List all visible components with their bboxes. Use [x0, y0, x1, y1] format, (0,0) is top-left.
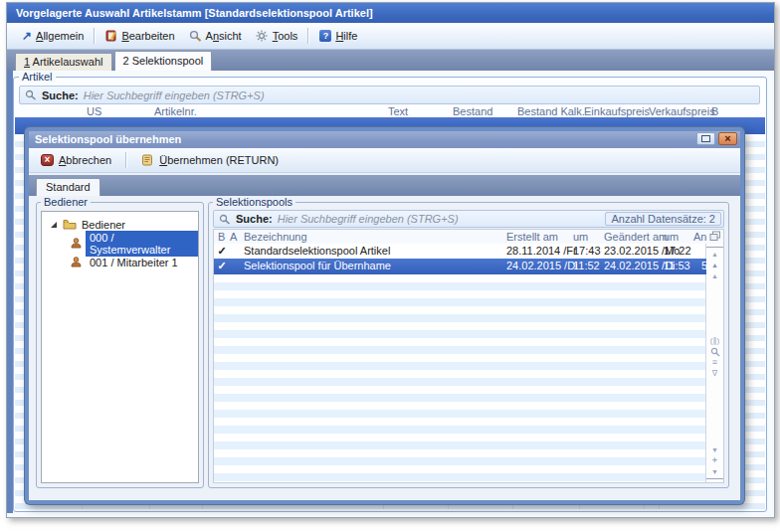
column-header[interactable]: Bezeichnung — [244, 231, 307, 243]
dialog-body: Standard Bediener Bediener 000 / Systemv… — [29, 173, 740, 500]
menu-item-ansicht[interactable]: Ansicht — [182, 28, 249, 44]
menu-item-tools[interactable]: Tools — [249, 28, 305, 44]
column-header[interactable]: B — [711, 105, 718, 117]
nav-add-icon[interactable]: + — [706, 455, 723, 466]
toolbar-separator — [94, 28, 96, 44]
column-chooser-icon[interactable] — [709, 231, 721, 242]
restore-button[interactable] — [696, 132, 715, 145]
pools-table-header[interactable]: B A Bezeichnung Erstellt am um Geändert … — [214, 230, 723, 245]
tree-root-label: Bediener — [82, 219, 125, 231]
cancel-button[interactable]: × Abbrechen — [35, 152, 117, 168]
cell-erstellt-um: 17:43 — [573, 245, 601, 257]
pools-group-label: Selektionspools — [213, 196, 295, 208]
menu-item-bearbeiten[interactable]: Bearbeiten — [98, 28, 181, 44]
tree-item-systemverwalter[interactable]: 000 / Systemverwalter — [42, 235, 198, 252]
cell-bezeichnung: Selektionspool für Übernhame — [244, 260, 391, 271]
dialog-title: Selektionspool übernehmen — [35, 133, 181, 145]
restore-icon — [701, 135, 710, 142]
tab-selektionspool[interactable]: 2 Selektionspool — [114, 51, 213, 71]
column-header[interactable]: Artikelnr. — [154, 105, 197, 117]
artikel-search-input[interactable]: Suche: Hier Suchbegriff eingeben (STRG+S… — [19, 86, 760, 104]
tree-item-mitarbeiter1[interactable]: 001 / Mitarbeiter 1 — [42, 254, 198, 270]
column-header[interactable]: An — [693, 231, 706, 243]
search-icon — [25, 89, 37, 100]
nav-search-icon[interactable] — [706, 346, 723, 357]
nav-filter-icon[interactable]: ∇ — [706, 368, 723, 379]
menu-item-hilfe[interactable]: ? Hilfe — [312, 28, 364, 44]
column-header[interactable]: Bestand — [453, 105, 492, 117]
selektionspool-dialog: Selektionspool übernehmen × × Abbrechen … — [25, 127, 744, 504]
cancel-x-icon: × — [41, 154, 54, 166]
dialog-titlebar: Selektionspool übernehmen × — [29, 131, 740, 148]
table-row-selected[interactable]: ✓ Selektionspool für Übernhame 24.02.201… — [214, 259, 706, 274]
window-title: Vorgelagerte Auswahl Artikelstamm [Stand… — [16, 7, 373, 19]
bediener-tree: Bediener 000 / Systemverwalter 001 / Mit… — [41, 211, 199, 483]
bediener-groupbox: Bediener Bediener 000 / Systemverwalter … — [36, 202, 204, 488]
menu-label: Allgemein — [36, 30, 84, 42]
empty-rows-stripes — [214, 274, 706, 482]
cell-erstellt-am: 24.02.2015 /Di — [506, 260, 578, 271]
close-button[interactable]: × — [718, 132, 737, 145]
table-row[interactable]: ✓ Standardselektionspool Artikel 28.11.2… — [214, 244, 706, 259]
column-header[interactable]: US — [87, 105, 101, 117]
nav-pin-icon[interactable]: (∥) — [706, 335, 723, 346]
cell-geaendert-um: 17:22 — [664, 245, 691, 257]
pools-table: B A Bezeichnung Erstellt am um Geändert … — [213, 229, 724, 483]
bediener-group-label: Bediener — [41, 196, 91, 208]
pools-groupbox: Selektionspools Suche: Hier Suchbegriff … — [208, 202, 729, 488]
scroll-icon — [141, 154, 154, 166]
cell-bezeichnung: Standardselektionspool Artikel — [244, 245, 390, 257]
cell-an: 5 — [691, 260, 707, 271]
toolbar-separator — [307, 28, 309, 44]
dialog-tabstrip: Standard — [29, 175, 740, 196]
close-icon: × — [724, 133, 730, 144]
tree-item-label: 001 / Mitarbeiter 1 — [90, 257, 178, 268]
dialog-window-buttons: × — [696, 132, 737, 145]
nav-pageup-icon[interactable]: ▲ — [706, 260, 723, 270]
person-icon — [71, 257, 82, 267]
arrow-up-right-icon: ↗ — [22, 29, 32, 43]
cell-erstellt-am: 28.11.2014 /Fr — [506, 245, 577, 257]
record-count-badge: Anzahl Datensätze: 2 — [605, 212, 721, 226]
person-icon — [71, 238, 82, 249]
nav-up-icon[interactable]: ▲ — [706, 270, 723, 281]
toolbar-separator — [125, 152, 127, 168]
column-header[interactable]: Text — [388, 105, 408, 117]
expander-icon[interactable] — [50, 221, 58, 229]
menu-item-allgemein[interactable]: ↗ Allgemein — [15, 27, 91, 45]
gear-icon — [256, 30, 269, 42]
column-header[interactable]: Erstellt am — [506, 231, 558, 243]
tree-item-label: 000 / Systemverwalter — [86, 231, 198, 257]
nav-first-icon[interactable]: ▲ — [706, 247, 723, 260]
main-tabstrip: 1 Artikelauswahl 2 Selektionspool — [7, 50, 774, 71]
pools-table-rows: ✓ Standardselektionspool Artikel 28.11.2… — [214, 244, 706, 482]
column-header[interactable]: Bestand Kalk. — [517, 105, 585, 117]
artikel-table-header[interactable]: US Artikelnr. Text Bestand Bestand Kalk.… — [15, 104, 765, 117]
column-header[interactable]: Geändert am — [604, 231, 668, 243]
tab-standard[interactable]: Standard — [36, 178, 100, 196]
search-label: Suche: — [42, 89, 79, 101]
checkmark-icon: ✓ — [217, 260, 227, 272]
column-header[interactable]: A — [230, 231, 237, 243]
magnifier-icon — [189, 30, 202, 42]
column-header[interactable]: Einkaufspreis — [584, 105, 650, 117]
dialog-toolbar: × Abbrechen Übernehmen (RETURN) — [29, 148, 740, 173]
nav-list-icon[interactable]: ≡ — [706, 357, 723, 368]
search-label: Suche: — [236, 213, 273, 225]
column-header[interactable]: Verkaufspreis — [649, 105, 715, 117]
search-placeholder: Hier Suchbegriff eingeben (STRG+S) — [84, 89, 265, 101]
apply-button[interactable]: Übernehmen (RETURN) — [135, 152, 285, 168]
menu-label: Ansicht — [206, 30, 242, 42]
nav-last-icon[interactable]: ▼ — [706, 466, 723, 479]
column-header[interactable]: um — [664, 231, 679, 243]
column-header[interactable]: B — [218, 231, 225, 243]
pools-search-input[interactable]: Suche: Hier Suchbegriff eingeben (STRG+S… — [213, 210, 724, 228]
search-icon — [219, 214, 231, 225]
search-placeholder: Hier Suchbegriff eingeben (STRG+S) — [278, 213, 459, 225]
tab-artikelauswahl[interactable]: 1 Artikelauswahl — [15, 53, 112, 71]
menu-label: Hilfe — [335, 30, 357, 42]
nav-down-icon[interactable]: ▼ — [706, 444, 723, 455]
cell-geaendert-um: 11:53 — [664, 260, 690, 271]
notebook-icon — [105, 30, 117, 42]
column-header[interactable]: um — [573, 231, 588, 243]
